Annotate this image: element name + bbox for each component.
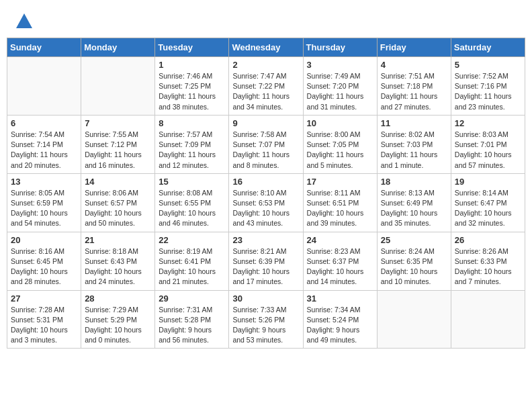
calendar-cell: 13Sunrise: 8:05 AMSunset: 6:59 PMDayligh…: [7, 173, 81, 232]
day-info: Sunrise: 8:23 AMSunset: 6:37 PMDaylight:…: [307, 246, 373, 287]
calendar-header-row: SundayMondayTuesdayWednesdayThursdayFrid…: [7, 38, 525, 57]
svg-marker-0: [16, 13, 32, 28]
calendar-table: SundayMondayTuesdayWednesdayThursdayFrid…: [7, 38, 525, 349]
day-info: Sunrise: 8:02 AMSunset: 7:03 PMDaylight:…: [381, 130, 447, 171]
day-number: 6: [11, 118, 77, 128]
day-info: Sunrise: 7:57 AMSunset: 7:09 PMDaylight:…: [159, 130, 225, 171]
week-row-4: 20Sunrise: 8:16 AMSunset: 6:45 PMDayligh…: [7, 232, 525, 290]
day-info: Sunrise: 7:52 AMSunset: 7:16 PMDaylight:…: [455, 71, 521, 112]
calendar-cell: 23Sunrise: 8:21 AMSunset: 6:39 PMDayligh…: [229, 232, 303, 290]
calendar-cell: [81, 57, 155, 116]
day-info: Sunrise: 8:21 AMSunset: 6:39 PMDaylight:…: [232, 246, 299, 287]
week-row-5: 27Sunrise: 7:28 AMSunset: 5:31 PMDayligh…: [7, 290, 525, 349]
col-header-wednesday: Wednesday: [229, 38, 303, 57]
day-number: 24: [307, 235, 373, 245]
calendar-cell: 12Sunrise: 8:03 AMSunset: 7:01 PMDayligh…: [451, 115, 525, 173]
calendar-cell: 8Sunrise: 7:57 AMSunset: 7:09 PMDaylight…: [155, 115, 229, 173]
calendar-cell: 28Sunrise: 7:29 AMSunset: 5:29 PMDayligh…: [81, 290, 155, 349]
col-header-saturday: Saturday: [451, 38, 525, 57]
day-number: 9: [232, 118, 299, 128]
day-info: Sunrise: 8:18 AMSunset: 6:43 PMDaylight:…: [85, 246, 151, 287]
calendar-cell: 22Sunrise: 8:19 AMSunset: 6:41 PMDayligh…: [155, 232, 229, 290]
day-info: Sunrise: 7:28 AMSunset: 5:31 PMDaylight:…: [11, 305, 77, 346]
week-row-2: 6Sunrise: 7:54 AMSunset: 7:14 PMDaylight…: [7, 115, 525, 173]
day-number: 5: [455, 60, 521, 70]
day-info: Sunrise: 8:03 AMSunset: 7:01 PMDaylight:…: [455, 130, 521, 171]
calendar-cell: 2Sunrise: 7:47 AMSunset: 7:22 PMDaylight…: [229, 57, 303, 116]
day-number: 21: [85, 235, 151, 245]
calendar-cell: 15Sunrise: 8:08 AMSunset: 6:55 PMDayligh…: [155, 173, 229, 232]
day-number: 16: [232, 177, 299, 187]
calendar-cell: 9Sunrise: 7:58 AMSunset: 7:07 PMDaylight…: [229, 115, 303, 173]
day-info: Sunrise: 7:33 AMSunset: 5:26 PMDaylight:…: [232, 305, 299, 346]
day-number: 19: [455, 177, 521, 187]
day-number: 3: [307, 60, 373, 70]
day-number: 28: [85, 293, 151, 304]
day-info: Sunrise: 8:24 AMSunset: 6:35 PMDaylight:…: [381, 246, 447, 287]
calendar-cell: 27Sunrise: 7:28 AMSunset: 5:31 PMDayligh…: [7, 290, 81, 349]
col-header-friday: Friday: [377, 38, 451, 57]
day-number: 13: [11, 177, 77, 187]
day-number: 30: [232, 293, 299, 304]
day-info: Sunrise: 8:13 AMSunset: 6:49 PMDaylight:…: [381, 188, 447, 229]
col-header-thursday: Thursday: [303, 38, 377, 57]
calendar-cell: 14Sunrise: 8:06 AMSunset: 6:57 PMDayligh…: [81, 173, 155, 232]
day-info: Sunrise: 8:06 AMSunset: 6:57 PMDaylight:…: [85, 188, 151, 229]
day-number: 22: [159, 235, 225, 245]
calendar-cell: 21Sunrise: 8:18 AMSunset: 6:43 PMDayligh…: [81, 232, 155, 290]
day-info: Sunrise: 8:10 AMSunset: 6:53 PMDaylight:…: [232, 188, 299, 229]
day-info: Sunrise: 7:29 AMSunset: 5:29 PMDaylight:…: [85, 305, 151, 346]
day-number: 10: [307, 118, 373, 128]
calendar-cell: [451, 290, 525, 349]
day-number: 8: [159, 118, 225, 128]
calendar-cell: 11Sunrise: 8:02 AMSunset: 7:03 PMDayligh…: [377, 115, 451, 173]
calendar-cell: 31Sunrise: 7:34 AMSunset: 5:24 PMDayligh…: [303, 290, 377, 349]
calendar-cell: [377, 290, 451, 349]
day-number: 25: [381, 235, 447, 245]
calendar-cell: 4Sunrise: 7:51 AMSunset: 7:18 PMDaylight…: [377, 57, 451, 116]
calendar-cell: 10Sunrise: 8:00 AMSunset: 7:05 PMDayligh…: [303, 115, 377, 173]
day-number: 26: [455, 235, 521, 245]
calendar-cell: 26Sunrise: 8:26 AMSunset: 6:33 PMDayligh…: [451, 232, 525, 290]
calendar-cell: 25Sunrise: 8:24 AMSunset: 6:35 PMDayligh…: [377, 232, 451, 290]
day-number: 12: [455, 118, 521, 128]
day-info: Sunrise: 7:54 AMSunset: 7:14 PMDaylight:…: [11, 130, 77, 171]
day-info: Sunrise: 7:31 AMSunset: 5:28 PMDaylight:…: [159, 305, 225, 346]
calendar-cell: [7, 57, 81, 116]
calendar-cell: 19Sunrise: 8:14 AMSunset: 6:47 PMDayligh…: [451, 173, 525, 232]
calendar-cell: 24Sunrise: 8:23 AMSunset: 6:37 PMDayligh…: [303, 232, 377, 290]
day-info: Sunrise: 7:46 AMSunset: 7:25 PMDaylight:…: [159, 71, 225, 112]
week-row-1: 1Sunrise: 7:46 AMSunset: 7:25 PMDaylight…: [7, 57, 525, 116]
day-number: 15: [159, 177, 225, 187]
day-number: 27: [11, 293, 77, 304]
col-header-sunday: Sunday: [7, 38, 81, 57]
day-info: Sunrise: 7:47 AMSunset: 7:22 PMDaylight:…: [232, 71, 299, 112]
day-info: Sunrise: 7:55 AMSunset: 7:12 PMDaylight:…: [85, 130, 151, 171]
calendar-cell: 20Sunrise: 8:16 AMSunset: 6:45 PMDayligh…: [7, 232, 81, 290]
day-info: Sunrise: 8:14 AMSunset: 6:47 PMDaylight:…: [455, 188, 521, 229]
logo-icon: [15, 12, 34, 31]
day-info: Sunrise: 8:08 AMSunset: 6:55 PMDaylight:…: [159, 188, 225, 229]
calendar-cell: 18Sunrise: 8:13 AMSunset: 6:49 PMDayligh…: [377, 173, 451, 232]
day-info: Sunrise: 8:26 AMSunset: 6:33 PMDaylight:…: [455, 246, 521, 287]
day-number: 4: [381, 60, 447, 70]
col-header-monday: Monday: [81, 38, 155, 57]
day-info: Sunrise: 7:49 AMSunset: 7:20 PMDaylight:…: [307, 71, 373, 112]
day-number: 23: [232, 235, 299, 245]
day-number: 2: [232, 60, 299, 70]
calendar-cell: 1Sunrise: 7:46 AMSunset: 7:25 PMDaylight…: [155, 57, 229, 116]
day-number: 11: [381, 118, 447, 128]
calendar-cell: 30Sunrise: 7:33 AMSunset: 5:26 PMDayligh…: [229, 290, 303, 349]
day-info: Sunrise: 7:58 AMSunset: 7:07 PMDaylight:…: [232, 130, 299, 171]
day-info: Sunrise: 7:51 AMSunset: 7:18 PMDaylight:…: [381, 71, 447, 112]
day-number: 14: [85, 177, 151, 187]
logo: [13, 12, 34, 31]
day-number: 7: [85, 118, 151, 128]
calendar-cell: 29Sunrise: 7:31 AMSunset: 5:28 PMDayligh…: [155, 290, 229, 349]
day-info: Sunrise: 8:19 AMSunset: 6:41 PMDaylight:…: [159, 246, 225, 287]
day-number: 17: [307, 177, 373, 187]
calendar-cell: 5Sunrise: 7:52 AMSunset: 7:16 PMDaylight…: [451, 57, 525, 116]
col-header-tuesday: Tuesday: [155, 38, 229, 57]
day-info: Sunrise: 8:05 AMSunset: 6:59 PMDaylight:…: [11, 188, 77, 229]
calendar-cell: 6Sunrise: 7:54 AMSunset: 7:14 PMDaylight…: [7, 115, 81, 173]
